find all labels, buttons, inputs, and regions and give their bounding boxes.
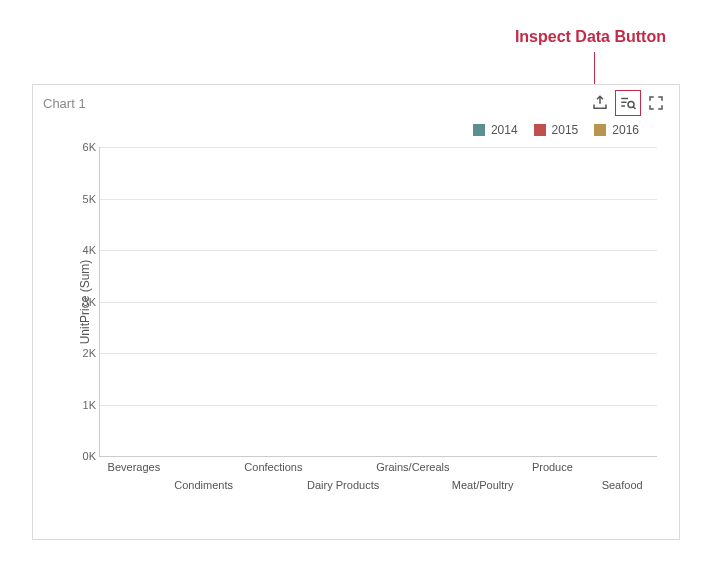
gridline [100,199,657,200]
x-tick-label: Grains/Cereals [376,461,449,473]
y-tick-label: 5K [66,193,96,205]
y-tick-label: 4K [66,244,96,256]
inspect-data-button[interactable] [615,90,641,116]
x-tick-label: Condiments [174,479,233,491]
x-tick-label: Produce [532,461,573,473]
legend-swatch [594,124,606,136]
y-tick-label: 0K [66,450,96,462]
plot-wrap: UnitPrice (Sum) 0K1K2K3K4K5K6K [99,147,657,457]
annotation-label: Inspect Data Button [515,28,666,46]
maximize-button[interactable] [643,90,669,116]
y-tick-label: 3K [66,296,96,308]
y-tick-label: 6K [66,141,96,153]
card-header: Chart 1 [33,85,679,121]
gridline [100,302,657,303]
gridline [100,353,657,354]
x-tick-label: Meat/Poultry [452,479,514,491]
chart-title: Chart 1 [43,96,587,111]
y-tick-label: 2K [66,347,96,359]
legend-label: 2015 [552,123,579,137]
plot-area: 0K1K2K3K4K5K6K [99,147,657,457]
gridline [100,405,657,406]
chart-card: Chart 1 201 [32,84,680,540]
legend-swatch [534,124,546,136]
legend-item[interactable]: 2016 [594,123,639,137]
x-tick-label: Confections [244,461,302,473]
legend-item[interactable]: 2015 [534,123,579,137]
legend-label: 2014 [491,123,518,137]
legend-label: 2016 [612,123,639,137]
annotation-pointer-line [594,52,595,88]
chart-toolbar [587,90,669,116]
inspect-data-icon [619,94,637,112]
y-tick-label: 1K [66,399,96,411]
x-axis: BeveragesCondimentsConfectionsDairy Prod… [99,457,657,505]
export-icon [591,94,609,112]
x-tick-label: Seafood [602,479,643,491]
maximize-icon [647,94,665,112]
legend: 201420152016 [33,121,679,143]
export-button[interactable] [587,90,613,116]
x-tick-label: Beverages [108,461,161,473]
legend-swatch [473,124,485,136]
legend-item[interactable]: 2014 [473,123,518,137]
x-tick-label: Dairy Products [307,479,379,491]
gridline [100,147,657,148]
svg-line-4 [633,107,635,109]
svg-point-3 [628,102,634,108]
gridline [100,250,657,251]
